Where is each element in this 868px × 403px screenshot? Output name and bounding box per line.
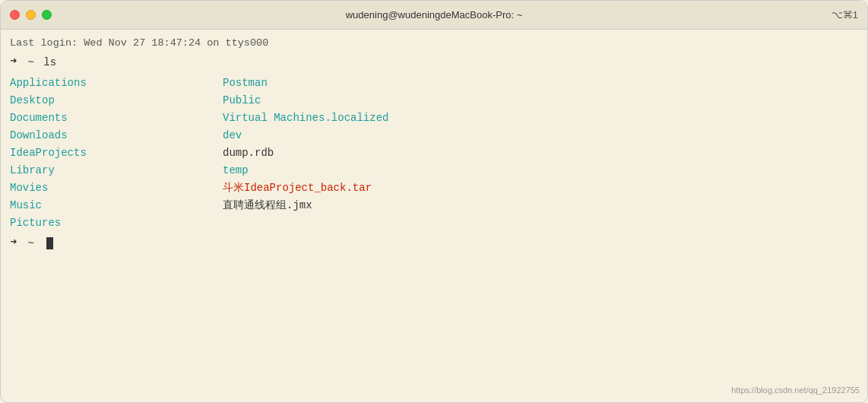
maximize-button[interactable]: [42, 10, 52, 20]
prompt-cmd-1: ls: [43, 55, 56, 71]
list-item: 直聘通线程组.jmx: [223, 197, 858, 214]
prompt-tilde-1: ~: [21, 55, 40, 71]
list-item: temp: [223, 162, 858, 179]
terminal-window: wudening@wudeningdeMacBook-Pro: ~ ⌥⌘1 La…: [0, 0, 868, 403]
minimize-button[interactable]: [26, 10, 36, 20]
terminal-body[interactable]: Last login: Wed Nov 27 18:47:24 on ttys0…: [1, 30, 867, 402]
list-item: dump.rdb: [223, 144, 858, 162]
list-item: Applications: [10, 75, 223, 92]
prompt-arrow-2: ➜: [10, 235, 17, 252]
prompt-line-1: ➜ ~ ls: [10, 54, 858, 71]
list-item: dev: [223, 127, 858, 144]
list-item: Pictures: [10, 214, 223, 232]
prompt-tilde-2: ~: [21, 236, 40, 252]
terminal-cursor: [46, 237, 53, 249]
list-item: Postman: [223, 75, 858, 92]
watermark: https://blog.csdn.net/qq_21922755: [731, 384, 860, 397]
list-item: Virtual Machines.localized: [223, 109, 858, 127]
login-line: Last login: Wed Nov 27 18:47:24 on ttys0…: [10, 36, 858, 51]
keyboard-shortcut: ⌥⌘1: [832, 9, 858, 21]
title-bar: wudening@wudeningdeMacBook-Pro: ~ ⌥⌘1: [1, 1, 867, 30]
prompt-arrow-1: ➜: [10, 54, 17, 71]
window-title: wudening@wudeningdeMacBook-Pro: ~: [346, 9, 523, 21]
list-item: [223, 214, 858, 232]
list-item: Public: [223, 92, 858, 109]
ls-output: Applications Postman Desktop Public Docu…: [10, 75, 858, 232]
list-item: Music: [10, 197, 223, 214]
close-button[interactable]: [10, 10, 20, 20]
list-item: Desktop: [10, 92, 223, 109]
list-item: IdeaProjects: [10, 144, 223, 162]
list-item: Library: [10, 162, 223, 179]
list-item: Documents: [10, 109, 223, 127]
list-item: Movies: [10, 179, 223, 197]
prompt-line-2: ➜ ~: [10, 235, 858, 252]
list-item: 斗米IdeaProject_back.tar: [223, 179, 858, 197]
window-controls: [10, 10, 52, 20]
list-item: Downloads: [10, 127, 223, 144]
